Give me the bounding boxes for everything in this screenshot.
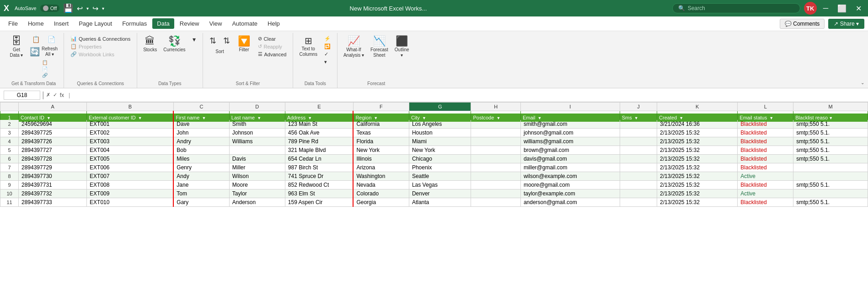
menu-file[interactable]: File xyxy=(4,18,22,29)
col-header-k[interactable]: K xyxy=(657,103,738,111)
menu-help[interactable]: Help xyxy=(263,18,284,29)
cell-r10-c2[interactable]: Tom xyxy=(173,189,229,198)
cell-r10-c11[interactable]: Active xyxy=(738,189,793,198)
col-header-d[interactable]: D xyxy=(229,103,285,111)
cell-r6-c9[interactable] xyxy=(620,155,657,163)
data-tools-more-button[interactable]: ▾ xyxy=(321,58,333,66)
search-input[interactable] xyxy=(688,5,779,11)
undo-button[interactable]: ↩ xyxy=(77,4,83,13)
col-header-i[interactable]: I xyxy=(520,103,620,111)
cell-r8-c12[interactable] xyxy=(793,172,868,181)
forecast-sheet-button[interactable]: 📉 ForecastSheet xyxy=(368,35,391,59)
cell-r6-c5[interactable]: Illinois xyxy=(353,155,409,163)
sort-az-button[interactable]: ⇅ xyxy=(207,35,220,47)
outline-button[interactable]: ⬛ Outline▾ xyxy=(392,35,412,59)
properties-icon-btn[interactable]: 📄 xyxy=(44,35,59,44)
cell-r3-c3[interactable]: Johnson xyxy=(229,129,285,137)
cell-reference-input[interactable] xyxy=(4,91,40,100)
menu-insert[interactable]: Insert xyxy=(49,18,74,29)
cell-r4-c9[interactable] xyxy=(620,137,657,146)
search-box[interactable]: 🔍 xyxy=(672,3,800,13)
cell-r7-c6[interactable]: Phoenix xyxy=(409,163,471,172)
cell-r3-c1[interactable]: EXT002 xyxy=(87,129,174,137)
menu-review[interactable]: Review xyxy=(175,18,204,29)
sort-icon-sm-3[interactable]: 🔗 xyxy=(41,72,49,78)
cell-r10-c1[interactable]: EXT009 xyxy=(87,189,174,198)
cell-r10-c0[interactable]: 2894397732 xyxy=(19,189,87,198)
undo-arrow[interactable]: ▾ xyxy=(86,6,89,11)
cell-r3-c9[interactable] xyxy=(620,129,657,137)
cell-r5-c7[interactable] xyxy=(471,146,520,155)
cell-r4-c11[interactable]: Blacklisted xyxy=(738,137,793,146)
cell-r3-c12[interactable]: smtp;550 5.1. xyxy=(793,129,868,137)
save-icon[interactable]: 💾 xyxy=(63,3,73,13)
insert-function-icon[interactable]: fx xyxy=(60,92,64,98)
stocks-button[interactable]: 🏛 Stocks xyxy=(141,35,159,54)
datatypes-more-button[interactable]: ▾ xyxy=(190,35,199,44)
header-contact-id[interactable]: Contact ID ▼ xyxy=(19,113,87,122)
cell-r8-c10[interactable]: 2/13/2025 15:32 xyxy=(657,172,738,181)
cell-r6-c10[interactable]: 2/13/2025 15:32 xyxy=(657,155,738,163)
cell-r5-c12[interactable]: smtp;550 5.1. xyxy=(793,146,868,155)
cell-r9-c8[interactable]: moore@gmail.com xyxy=(520,181,620,189)
col-header-j[interactable]: J xyxy=(620,103,657,111)
cell-r4-c1[interactable]: EXT003 xyxy=(87,137,174,146)
cell-r5-c4[interactable]: 321 Maple Blvd xyxy=(285,146,353,155)
cell-r11-c8[interactable]: anderson@gmail.com xyxy=(520,198,620,207)
cell-r5-c3[interactable] xyxy=(229,146,285,155)
menu-home[interactable]: Home xyxy=(23,18,48,29)
cell-r10-c7[interactable] xyxy=(471,189,520,198)
ribbon-expand-button[interactable]: ⌄ xyxy=(861,80,864,85)
cell-r4-c12[interactable]: smtp;550 5.1. xyxy=(793,137,868,146)
cell-r9-c11[interactable]: Blacklisted xyxy=(738,181,793,189)
cell-r11-c11[interactable]: Blacklisted xyxy=(738,198,793,207)
cell-r3-c8[interactable]: johnson@gmail.com xyxy=(520,129,620,137)
col-header-g[interactable]: G xyxy=(409,103,471,111)
clear-button[interactable]: ⊘ Clear xyxy=(255,35,289,43)
close-button[interactable]: ✕ xyxy=(853,4,864,13)
sort-button[interactable]: Sort xyxy=(211,48,229,56)
cell-r11-c6[interactable]: Atlanta xyxy=(409,198,471,207)
avatar[interactable]: TK xyxy=(804,2,817,15)
redo-button[interactable]: ↪ xyxy=(92,4,98,13)
cell-r7-c0[interactable]: 2894397729 xyxy=(19,163,87,172)
col-header-b[interactable]: B xyxy=(87,103,174,111)
header-first-name[interactable]: First name ▼ xyxy=(173,113,229,122)
menu-view[interactable]: View xyxy=(204,18,226,29)
cell-r5-c10[interactable]: 2/13/2025 15:32 xyxy=(657,146,738,155)
header-email-status[interactable]: Email status ▼ xyxy=(738,113,793,122)
cell-r7-c9[interactable] xyxy=(620,163,657,172)
cell-r11-c9[interactable] xyxy=(620,198,657,207)
cell-r8-c6[interactable]: Seattle xyxy=(409,172,471,181)
col-header-a[interactable]: A xyxy=(19,103,87,111)
cell-r10-c5[interactable]: Colorado xyxy=(353,189,409,198)
cell-r11-c0[interactable]: 2894397733 xyxy=(19,198,87,207)
cell-r11-c12[interactable]: smtp;550 5.1. xyxy=(793,198,868,207)
cell-r9-c9[interactable] xyxy=(620,181,657,189)
cell-r9-c4[interactable]: 852 Redwood Ct xyxy=(285,181,353,189)
cell-r4-c8[interactable]: williams@gmail.com xyxy=(520,137,620,146)
header-created[interactable]: Created ▼ xyxy=(657,113,738,122)
cell-r9-c5[interactable]: Nevada xyxy=(353,181,409,189)
cell-r11-c3[interactable]: Anderson xyxy=(229,198,285,207)
cell-r3-c0[interactable]: 2894397725 xyxy=(19,129,87,137)
cell-r9-c0[interactable]: 2894397731 xyxy=(19,181,87,189)
cell-r7-c4[interactable]: 987 Birch St xyxy=(285,163,353,172)
cell-r8-c8[interactable]: wilson@example.com xyxy=(520,172,620,181)
quick-access-more[interactable]: ▾ xyxy=(102,6,104,11)
cell-r5-c2[interactable]: Bob xyxy=(173,146,229,155)
cell-r11-c1[interactable]: EXT010 xyxy=(87,198,174,207)
connections-icon-btn[interactable]: 📋 xyxy=(29,35,43,44)
cell-r6-c11[interactable]: Blacklisted xyxy=(738,155,793,163)
cell-r6-c7[interactable] xyxy=(471,155,520,163)
cell-r8-c4[interactable]: 741 Spruce Dr xyxy=(285,172,353,181)
advanced-button[interactable]: ☰ Advanced xyxy=(255,50,289,58)
menu-automate[interactable]: Automate xyxy=(227,18,262,29)
col-header-m[interactable]: M xyxy=(793,103,868,111)
cell-r7-c2[interactable]: Genry xyxy=(173,163,229,172)
header-email[interactable]: Email ▼ xyxy=(520,113,620,122)
cell-r11-c5[interactable]: Georgia xyxy=(353,198,409,207)
cell-r6-c0[interactable]: 2894397728 xyxy=(19,155,87,163)
cell-r7-c3[interactable]: Miller xyxy=(229,163,285,172)
cell-r5-c6[interactable]: New York xyxy=(409,146,471,155)
